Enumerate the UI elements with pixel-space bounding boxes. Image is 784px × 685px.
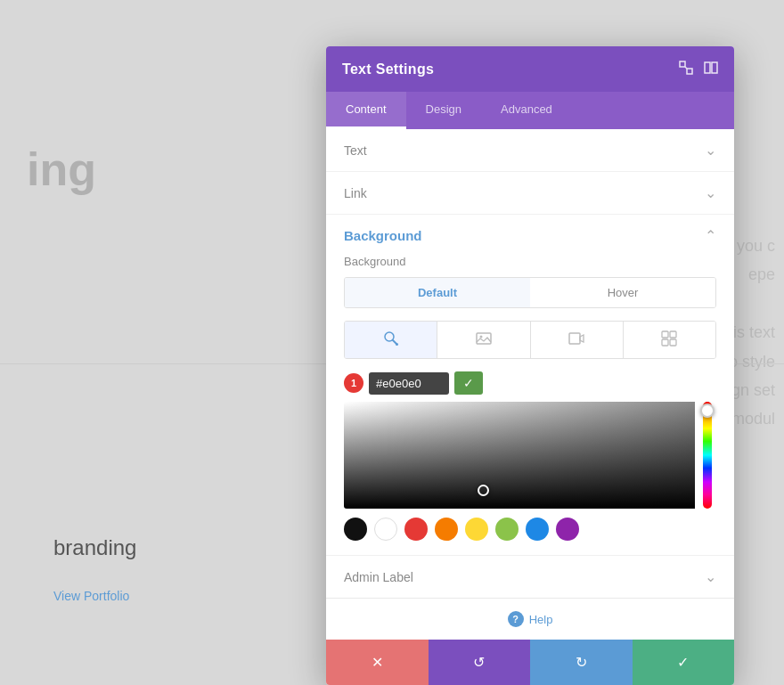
admin-label-row[interactable]: Admin Label ⌄ <box>326 555 734 598</box>
swatch-green[interactable] <box>495 518 519 541</box>
gradient-cursor <box>478 485 489 496</box>
modal-tabs: Content Design Advanced <box>326 92 734 129</box>
bg-brand-text: branding <box>53 535 136 560</box>
hue-thumb <box>700 404 715 418</box>
swatch-black[interactable] <box>344 518 367 541</box>
gradient-area[interactable] <box>344 402 695 509</box>
link-section-label: Link <box>344 186 367 200</box>
undo-button[interactable]: ↺ <box>429 640 531 685</box>
background-section-title: Background <box>344 228 422 243</box>
svg-point-8 <box>479 336 482 338</box>
bg-partial-word: ing <box>27 143 96 196</box>
svg-rect-3 <box>705 62 710 73</box>
header-icons <box>679 61 718 77</box>
link-chevron-icon: ⌄ <box>705 184 716 201</box>
color-hex-input[interactable] <box>369 372 449 395</box>
bg-portfolio-link[interactable]: View Portfolio <box>53 589 129 603</box>
text-settings-modal: Text Settings Content Design Advanced <box>326 46 734 685</box>
svg-point-6 <box>396 343 398 346</box>
save-button[interactable]: ✓ <box>633 640 735 685</box>
cancel-button[interactable]: ✕ <box>326 640 429 685</box>
swatch-purple[interactable] <box>556 518 579 541</box>
video-bg-icon[interactable] <box>531 322 624 358</box>
redo-button[interactable]: ↻ <box>530 640 633 685</box>
color-swatches <box>344 518 716 541</box>
color-badge: 1 <box>344 373 363 393</box>
swatch-orange[interactable] <box>435 518 458 541</box>
modal-header: Text Settings <box>326 46 734 92</box>
color-input-row: 1 ✓ <box>344 371 716 395</box>
svg-rect-12 <box>662 339 668 346</box>
text-section-row[interactable]: Text ⌄ <box>326 129 734 172</box>
svg-rect-10 <box>662 331 668 338</box>
action-buttons: ✕ ↺ ↻ ✓ <box>326 640 734 685</box>
swatch-yellow[interactable] <box>465 518 488 541</box>
background-section-header[interactable]: Background ⌃ <box>326 215 734 251</box>
tab-content[interactable]: Content <box>326 92 406 129</box>
tab-advanced[interactable]: Advanced <box>481 92 572 129</box>
columns-icon[interactable] <box>704 61 718 77</box>
svg-line-2 <box>685 67 687 69</box>
admin-chevron-icon: ⌄ <box>705 568 716 585</box>
svg-rect-0 <box>680 61 685 67</box>
svg-rect-9 <box>569 333 580 344</box>
help-row[interactable]: ? Help <box>326 598 734 640</box>
value-gradient <box>344 402 695 509</box>
help-icon: ? <box>508 611 524 627</box>
color-gradient-container[interactable] <box>344 402 716 509</box>
modal-title: Text Settings <box>342 61 434 77</box>
toggle-default[interactable]: Default <box>345 278 530 307</box>
link-section-row[interactable]: Link ⌄ <box>326 172 734 215</box>
swatch-blue[interactable] <box>526 518 549 541</box>
toggle-hover[interactable]: Hover <box>530 278 715 307</box>
modal-content: Text ⌄ Link ⌄ Background ⌃ Background De… <box>326 129 734 640</box>
color-confirm-button[interactable]: ✓ <box>454 371 483 395</box>
text-section-label: Text <box>344 143 367 158</box>
default-hover-toggle: Default Hover <box>344 277 716 308</box>
text-chevron-icon: ⌄ <box>705 142 716 159</box>
swatch-red[interactable] <box>404 518 428 541</box>
help-text: Help <box>529 613 553 626</box>
hue-track <box>703 402 712 509</box>
svg-rect-13 <box>670 339 676 346</box>
background-label: Background <box>344 255 716 268</box>
color-fill-icon[interactable] <box>345 322 437 358</box>
hue-slider[interactable] <box>698 402 716 509</box>
swatch-white[interactable] <box>374 518 397 541</box>
svg-rect-11 <box>670 331 676 338</box>
tab-design[interactable]: Design <box>406 92 481 129</box>
image-bg-icon[interactable] <box>437 322 530 358</box>
admin-label-text: Admin Label <box>344 570 413 584</box>
expand-icon[interactable] <box>679 61 693 77</box>
svg-rect-1 <box>687 69 692 74</box>
pattern-bg-icon[interactable] <box>624 322 715 358</box>
background-type-icons <box>344 321 716 359</box>
svg-rect-4 <box>712 62 717 73</box>
background-chevron-icon: ⌃ <box>705 227 716 244</box>
background-section-body: Background Default Hover <box>326 251 734 555</box>
